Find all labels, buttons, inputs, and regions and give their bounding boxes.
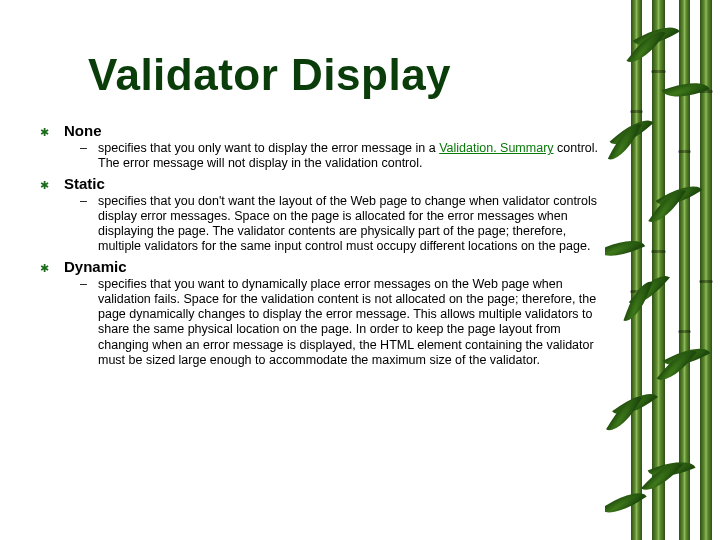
list-item: Dynamic specifies that you want to dynam… [40, 258, 600, 369]
item-description: specifies that you want to dynamically p… [80, 277, 600, 369]
item-heading: None [64, 122, 600, 139]
bullet-list: None specifies that you only want to dis… [40, 122, 600, 368]
item-description: specifies that you only want to display … [80, 141, 600, 172]
list-item: None specifies that you only want to dis… [40, 122, 600, 172]
page-title: Validator Display [88, 52, 600, 98]
list-item: Static specifies that you don't want the… [40, 175, 600, 255]
content-area: Validator Display None specifies that yo… [40, 52, 600, 371]
bamboo-decoration [605, 0, 720, 540]
item-description: specifies that you don't want the layout… [80, 194, 600, 255]
item-heading: Dynamic [64, 258, 600, 275]
validation-summary-link[interactable]: Validation. Summary [439, 141, 553, 155]
slide: Validator Display None specifies that yo… [0, 0, 720, 540]
item-heading: Static [64, 175, 600, 192]
